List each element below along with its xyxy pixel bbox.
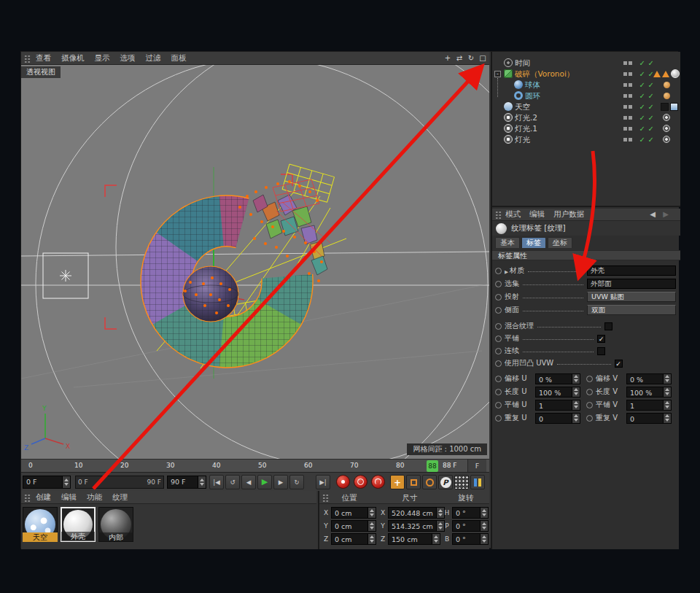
selection-field[interactable]: 外部面 — [587, 279, 676, 289]
record-keyframe-button[interactable] — [336, 475, 350, 489]
tab-tag[interactable]: 标签 — [521, 237, 546, 248]
collapse-icon[interactable] — [494, 71, 501, 77]
anim-dot-icon[interactable] — [586, 389, 593, 395]
object-row-torus[interactable]: 圆环 — [492, 90, 680, 101]
offset-v-input[interactable]: 0 % — [626, 373, 672, 384]
anim-dot-icon[interactable] — [495, 294, 502, 301]
position-z-input[interactable]: 0 cm — [331, 533, 376, 545]
material-shell[interactable]: 外壳 — [61, 507, 96, 542]
history-forward-icon[interactable]: ▶ — [663, 210, 669, 218]
menu-display[interactable]: 显示 — [95, 53, 110, 63]
expand-icon[interactable] — [505, 267, 508, 275]
render-check-icon[interactable] — [648, 134, 654, 145]
current-frame-input[interactable]: 0 F — [23, 476, 71, 489]
menu-edit[interactable]: 编辑 — [61, 492, 77, 503]
history-back-icon[interactable]: ◀ — [650, 210, 656, 218]
compositing-tag-icon[interactable] — [661, 103, 669, 111]
menu-mode[interactable]: 模式 — [505, 209, 521, 220]
size-z-input[interactable]: 150 cm — [388, 533, 440, 545]
visibility-toggles[interactable] — [623, 116, 632, 120]
anim-dot-icon[interactable] — [495, 348, 502, 354]
panel-grip-icon[interactable] — [24, 55, 31, 63]
visibility-toggles[interactable] — [623, 72, 632, 76]
menu-view[interactable]: 查看 — [36, 53, 51, 63]
menu-options[interactable]: 选项 — [120, 53, 136, 63]
length-u-input[interactable]: 100 % — [535, 387, 580, 398]
menu-create[interactable]: 创建 — [36, 492, 51, 503]
render-check-icon[interactable] — [648, 90, 654, 101]
visibility-toggles[interactable] — [623, 94, 632, 98]
object-row-sky[interactable]: 天空 — [492, 101, 680, 112]
length-v-input[interactable]: 100 % — [626, 387, 672, 398]
offset-u-input[interactable]: 0 % — [535, 373, 580, 384]
playhead-marker[interactable]: 88 — [427, 460, 438, 472]
render-check-icon[interactable] — [648, 80, 654, 90]
size-x-input[interactable]: 520.448 cm — [388, 507, 445, 519]
object-label[interactable]: 天空 — [515, 101, 530, 112]
anim-dot-icon[interactable] — [586, 376, 593, 382]
enabled-check-icon[interactable] — [639, 123, 645, 134]
timeline-ruler[interactable]: 0 10 20 30 40 50 60 70 80 88 88 F F — [21, 459, 489, 472]
anim-dot-icon[interactable] — [495, 323, 502, 330]
render-check-icon[interactable] — [648, 123, 654, 134]
anim-dot-icon[interactable] — [495, 268, 502, 274]
anim-dot-icon[interactable] — [495, 307, 502, 314]
rotation-h-input[interactable]: 0 ° — [452, 507, 489, 519]
object-manager[interactable]: 时间 破碎（Voronoi） 球体 — [492, 52, 680, 207]
keyframe-selection-button[interactable] — [371, 475, 385, 489]
visibility-toggles[interactable] — [623, 61, 632, 65]
play-button[interactable] — [257, 475, 272, 489]
frame-stepper[interactable] — [62, 476, 70, 488]
record-position-button[interactable]: + — [390, 475, 405, 489]
anim-dot-icon[interactable] — [495, 336, 502, 342]
enabled-check-icon[interactable] — [639, 112, 645, 123]
panel-grip-icon[interactable] — [495, 211, 502, 219]
next-key-button[interactable] — [289, 475, 304, 489]
texture-tag-icon[interactable] — [671, 69, 680, 78]
enabled-check-icon[interactable] — [639, 101, 645, 112]
object-row-light-2[interactable]: 灯光.2 — [492, 112, 680, 123]
side-dropdown[interactable]: 双面 — [587, 305, 676, 315]
end-frame-input[interactable]: 90 F — [167, 476, 206, 489]
goto-start-button[interactable] — [209, 475, 224, 489]
enabled-check-icon[interactable] — [639, 134, 645, 145]
material-inner[interactable]: 内部 — [98, 507, 133, 542]
timeline-layout-button[interactable] — [470, 475, 485, 489]
render-check-icon[interactable] — [648, 101, 654, 112]
object-row-light[interactable]: 灯光 — [492, 134, 680, 145]
goto-end-button[interactable] — [316, 475, 330, 489]
menu-texture[interactable]: 纹理 — [112, 492, 128, 503]
voronoi-fragments[interactable] — [253, 195, 327, 275]
object-label[interactable]: 灯光.2 — [515, 112, 537, 123]
menu-user-data[interactable]: 用户数据 — [553, 209, 584, 220]
anim-dot-icon[interactable] — [586, 402, 593, 408]
material-sky[interactable]: 天空 — [23, 507, 58, 542]
render-check-icon[interactable] — [648, 58, 654, 69]
keying-settings-button[interactable] — [454, 475, 469, 489]
tiles-v-input[interactable]: 1 — [626, 400, 672, 411]
menu-function[interactable]: 功能 — [87, 492, 102, 503]
visibility-toggles[interactable] — [623, 83, 632, 87]
visibility-toggles[interactable] — [623, 138, 632, 142]
use-bump-uvw-checkbox[interactable]: ✓ — [615, 360, 623, 368]
object-row-voronoi-fracture[interactable]: 破碎（Voronoi） — [492, 69, 680, 80]
position-x-input[interactable]: 0 cm — [331, 507, 376, 519]
anim-dot-icon[interactable] — [495, 281, 502, 287]
tiles-u-input[interactable]: 1 — [535, 400, 580, 411]
previous-key-button[interactable] — [225, 475, 240, 489]
object-label[interactable]: 圆环 — [525, 90, 540, 101]
object-label[interactable]: 时间 — [515, 58, 530, 69]
phong-tag-icon[interactable] — [664, 82, 670, 88]
rotation-p-input[interactable]: 0 ° — [452, 520, 489, 532]
autokey-button[interactable] — [354, 475, 368, 489]
object-row-light-1[interactable]: 灯光.1 — [492, 123, 680, 134]
repetition-u-input[interactable]: 0 — [535, 413, 580, 424]
size-y-input[interactable]: 514.325 cm — [388, 520, 445, 532]
perspective-viewport[interactable]: Y X Z 透视视图 网格间距 : 1000 cm — [21, 65, 489, 459]
visibility-toggles[interactable] — [623, 105, 632, 109]
viewport-pan-icon[interactable]: + — [443, 53, 453, 63]
frame-stepper[interactable] — [198, 476, 206, 488]
phong-tag-icon[interactable] — [664, 93, 670, 99]
enabled-check-icon[interactable] — [639, 69, 645, 80]
next-frame-button[interactable] — [273, 475, 288, 489]
